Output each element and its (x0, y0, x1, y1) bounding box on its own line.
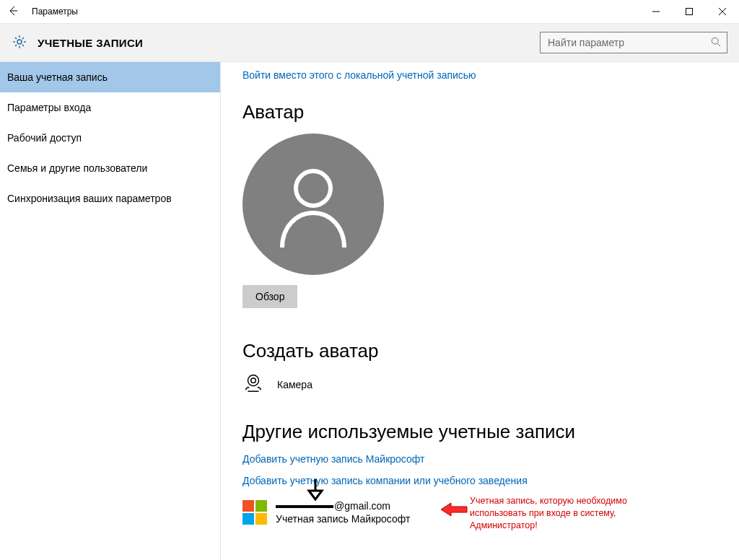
sidebar-item-work-access[interactable]: Рабочий доступ (0, 123, 220, 153)
sidebar-item-sync[interactable]: Синхронизация ваших параметров (0, 183, 220, 214)
sidebar: Ваша учетная запись Параметры входа Рабо… (0, 62, 221, 560)
annotation-arrow-down-icon (306, 478, 325, 503)
page-title: УЧЕТНЫЕ ЗАПИСИ (38, 37, 530, 49)
svg-rect-2 (686, 9, 693, 15)
camera-icon (242, 372, 264, 396)
maximize-button[interactable] (673, 0, 706, 23)
sidebar-item-your-account[interactable]: Ваша учетная запись (0, 62, 220, 92)
svg-point-8 (296, 171, 331, 206)
annotation-text: Учетная запись, которую необходимо испол… (470, 495, 643, 532)
header: УЧЕТНЫЕ ЗАПИСИ (0, 24, 739, 62)
back-icon[interactable] (7, 5, 19, 19)
svg-point-5 (17, 40, 22, 44)
search-input[interactable] (546, 36, 711, 49)
svg-point-9 (248, 375, 259, 386)
avatar-image (242, 134, 384, 275)
close-button[interactable] (706, 0, 739, 23)
sidebar-item-sign-in-options[interactable]: Параметры входа (0, 92, 220, 123)
sign-in-local-link[interactable]: Войти вместо этого с локальной учетной з… (242, 69, 739, 81)
create-avatar-heading: Создать аватар (242, 340, 739, 362)
sidebar-item-family[interactable]: Семья и другие пользователи (0, 153, 220, 183)
camera-option[interactable]: Камера (242, 372, 739, 396)
svg-point-10 (251, 378, 256, 383)
microsoft-logo-icon (242, 500, 267, 525)
avatar-heading: Аватар (242, 101, 739, 123)
account-subtitle: Учетная запись Майкрософт (276, 512, 410, 525)
search-box[interactable] (540, 32, 727, 53)
content: Войти вместо этого с локальной учетной з… (221, 62, 739, 560)
svg-line-7 (717, 43, 720, 46)
annotation-arrow-left-icon (440, 502, 468, 520)
other-accounts-heading: Другие используемые учетные записи (242, 421, 739, 443)
window-title: Параметры (32, 6, 78, 17)
browse-button[interactable]: Обзор (242, 285, 297, 308)
gear-icon (12, 34, 27, 52)
add-ms-account-link[interactable]: Добавить учетную запись Майкрософт (242, 453, 739, 465)
camera-label: Камера (277, 379, 312, 390)
minimize-button[interactable] (639, 0, 673, 23)
titlebar: Параметры (0, 0, 739, 24)
account-email: @gmail.com (276, 499, 410, 512)
account-row[interactable]: @gmail.com Учетная запись Майкрософт Уче… (242, 499, 739, 525)
search-icon (711, 37, 721, 49)
svg-point-6 (712, 38, 718, 44)
